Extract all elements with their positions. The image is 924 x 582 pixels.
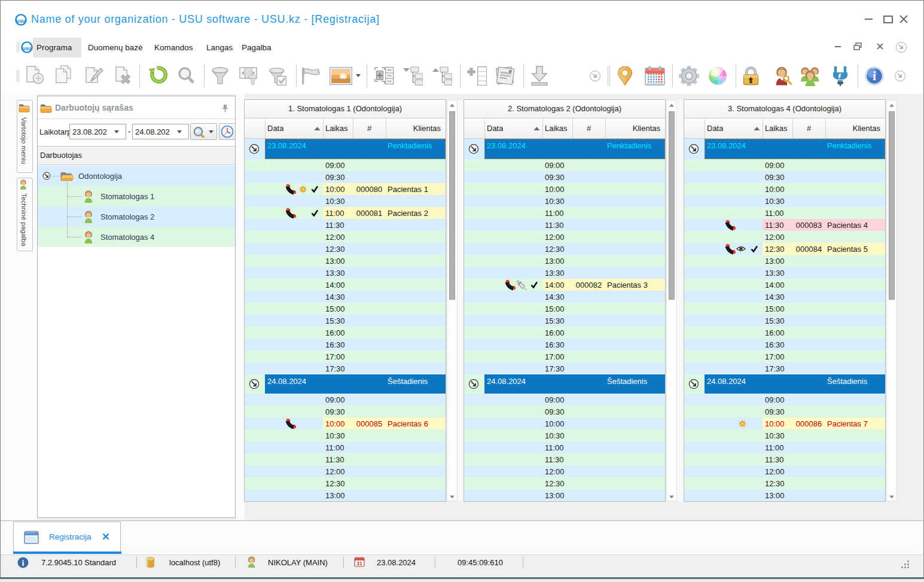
- svg-text:usu: usu: [23, 45, 32, 51]
- svg-text:i: i: [873, 69, 876, 83]
- svg-text:31: 31: [356, 560, 362, 566]
- svg-text:i: i: [22, 559, 25, 568]
- svg-text:usu: usu: [17, 18, 26, 24]
